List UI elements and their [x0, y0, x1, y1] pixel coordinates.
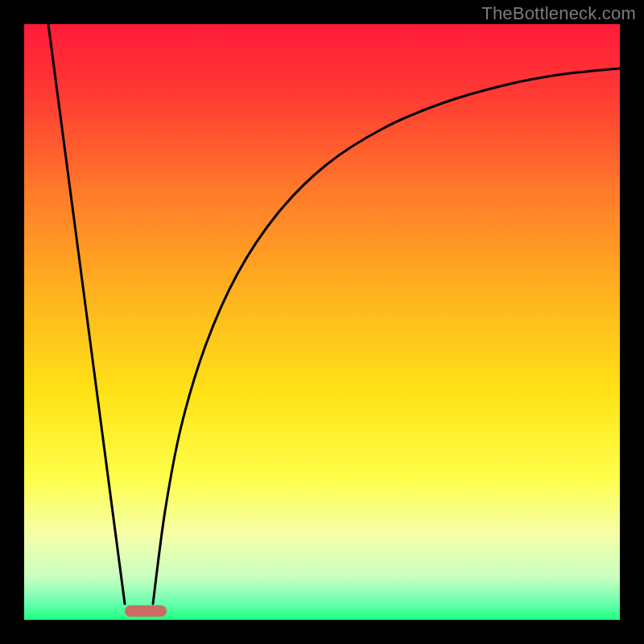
plot-area [24, 24, 620, 620]
bottom-marker [125, 605, 167, 617]
marker-group [125, 605, 167, 617]
watermark-text: TheBottleneck.com [481, 3, 636, 24]
chart-frame: TheBottleneck.com [0, 0, 644, 644]
chart-svg [24, 24, 620, 620]
gradient-background [24, 24, 620, 620]
